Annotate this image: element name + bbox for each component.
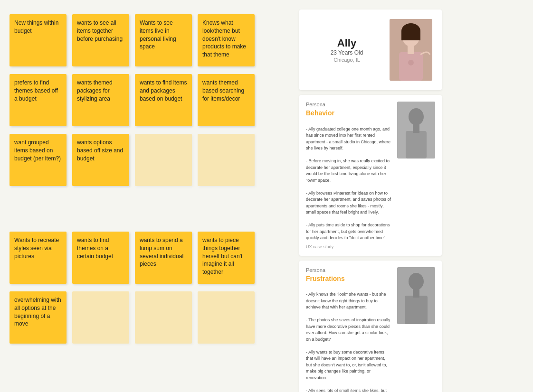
sticky-row-1: New things within budget wants to see al… [10,14,285,66]
persona-name: Ally [309,37,385,49]
svg-rect-4 [399,52,423,81]
sticky-note[interactable]: wants to piece things together herself b… [198,232,255,284]
sticky-note-empty [198,291,255,344]
persona-location: Chicago, IL [309,57,385,63]
persona-behavior-card: Persona Behavior - Ally graduated colleg… [299,95,442,256]
sticky-note[interactable]: wants to spend a lump sum on several ind… [135,232,192,284]
sticky-row-4: Wants to recreate styles seen via pictur… [10,232,285,284]
sticky-note[interactable]: wants to see all items together before p… [72,14,129,66]
card-text: Persona Behavior - Ally graduated colleg… [306,102,392,249]
sticky-row-3: want grouped items based on budget (per … [10,134,285,186]
card-photo [397,267,435,324]
sticky-note[interactable]: wants to find items and packages based o… [135,74,192,126]
sticky-note[interactable]: New things within budget [10,14,67,66]
svg-rect-5 [408,46,414,54]
sticky-row-5: overwhelming with all options at the beg… [10,291,285,344]
svg-point-12 [409,273,424,290]
sticky-note[interactable]: prefers to find themes based off a budge… [10,74,67,126]
left-panel: New things within budget wants to see al… [0,0,295,392]
sticky-note[interactable]: overwhelming with all options at the beg… [10,291,67,344]
card-photo [397,102,435,159]
persona-frustrations-card: Persona Frustrations - Ally knows the "l… [299,261,442,392]
svg-point-6 [408,60,414,65]
svg-rect-9 [406,131,427,159]
svg-point-8 [409,108,424,125]
card-body: - Ally graduated college one month ago, … [306,120,392,242]
svg-rect-3 [401,31,420,40]
persona-age: 23 Years Old [309,49,385,56]
sticky-note[interactable]: wants options based off size and budget [72,134,129,186]
card-body: - Ally knows the "look" she wants - but … [306,285,392,392]
card-footer: UX case study [306,244,392,249]
card-text: Persona Frustrations - Ally knows the "l… [306,267,392,392]
sticky-note[interactable]: wants themed packages for stylizing area [72,74,129,126]
svg-rect-13 [405,296,428,324]
sticky-note-empty [135,134,192,186]
sticky-note[interactable]: wants themed based searching for items/d… [198,74,255,126]
card-title: Behavior [306,109,392,117]
persona-header-card: Ally 23 Years Old Chicago, IL [299,9,442,90]
sticky-note[interactable]: wants to find themes on a certain budget [72,232,129,284]
sticky-note[interactable]: Wants to recreate styles seen via pictur… [10,232,67,284]
sticky-note-empty [135,291,192,344]
sticky-row-2: prefers to find themes based off a budge… [10,74,285,126]
card-label: Persona [306,267,392,273]
right-panel: Ally 23 Years Old Chicago, IL [295,0,447,392]
persona-info: Ally 23 Years Old Chicago, IL [309,37,390,63]
persona-photo [390,19,432,81]
card-label: Persona [306,102,392,107]
card-title: Frustrations [306,275,392,282]
sticky-note-empty [198,134,255,186]
sticky-note[interactable]: Wants to see items live in personal livi… [135,14,192,66]
sticky-note-empty [72,291,129,344]
svg-rect-14 [413,289,419,298]
sticky-note[interactable]: want grouped items based on budget (per … [10,134,67,186]
svg-rect-10 [413,124,419,133]
sticky-note[interactable]: Knows what look/theme but doesn't know p… [198,14,255,66]
